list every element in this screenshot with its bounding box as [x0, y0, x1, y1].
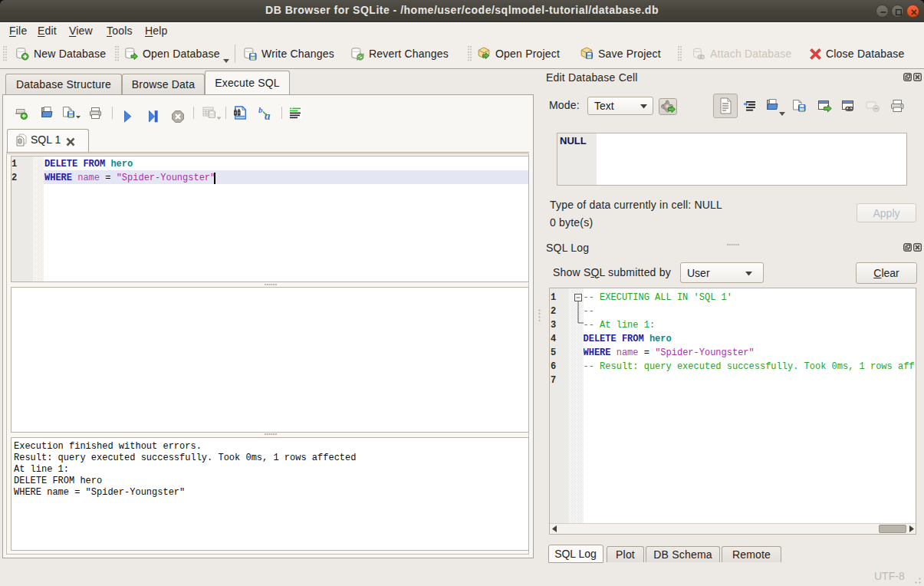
svg-text:b: b — [258, 106, 263, 114]
svg-text:a: a — [265, 110, 271, 121]
